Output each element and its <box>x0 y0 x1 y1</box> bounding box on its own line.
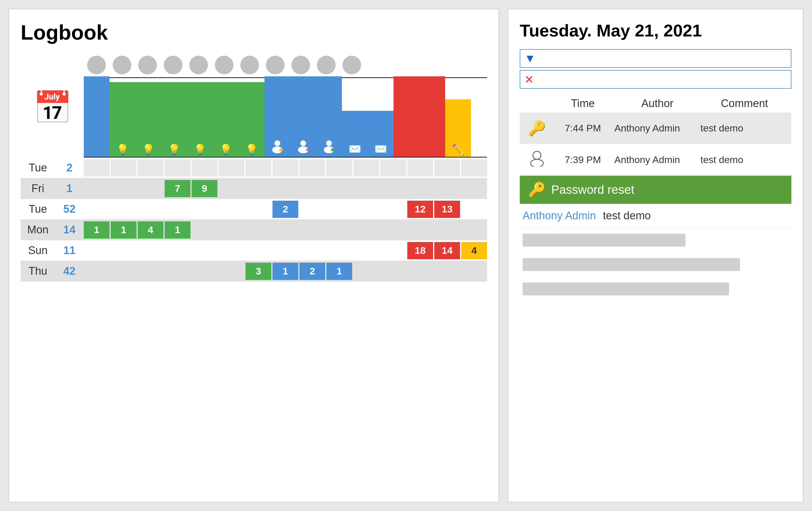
bar-col <box>84 76 110 157</box>
right-panel: Tuesday. May 21, 2021 ▼ ✕ Time Author Co… <box>508 9 803 502</box>
row-count: 2 <box>55 162 84 174</box>
bar: ✉️ <box>342 111 368 157</box>
bar-col: 💡 <box>110 82 135 157</box>
filter-input-2[interactable]: ✕ <box>520 70 791 89</box>
log-entry: 🔑 7:44 PM Anthony Admin test demo <box>520 112 791 144</box>
bar-icon: ✏️ <box>445 143 471 156</box>
bar-icon: 💡 <box>239 143 264 156</box>
circle-dot <box>291 56 310 74</box>
bar-icon: 💡 <box>110 143 135 156</box>
bar-icon: ✕ <box>290 139 316 156</box>
log-comment: test demo <box>700 123 788 134</box>
clear-icon: ✕ <box>524 73 534 86</box>
bar-col: 💡 <box>161 82 187 157</box>
cell-box: 13 <box>434 201 460 218</box>
bar: ✕ <box>290 76 316 157</box>
log-comment: test demo <box>700 154 788 165</box>
bar: 💡 <box>110 82 135 157</box>
expanded-author: Anthony Admin <box>523 210 596 222</box>
bar-icon: 💡 <box>213 143 239 156</box>
bar-col <box>419 76 445 157</box>
bar-icon: 💡 <box>187 143 213 156</box>
row-cells: 2 12 13 <box>84 201 487 218</box>
bar-col: ✏️ <box>445 99 471 157</box>
bar-col: 💡 <box>239 82 264 157</box>
row-cells: 3 1 2 1 <box>84 263 487 280</box>
right-title: Tuesday. May 21, 2021 <box>520 21 791 41</box>
cell-box: 4 <box>461 242 487 259</box>
circle-dot <box>317 56 336 74</box>
filter-input-1[interactable]: ▼ <box>520 49 791 68</box>
bar-col <box>394 76 419 157</box>
expanded-comment: test demo <box>603 210 651 222</box>
bar <box>264 76 290 157</box>
table-row: Mon 14 1 1 4 1 <box>21 220 487 240</box>
row-day: Sun <box>21 244 55 257</box>
svg-point-3 <box>300 140 306 146</box>
svg-point-10 <box>531 159 543 167</box>
row-cells: 1 1 4 1 <box>84 221 487 239</box>
bar-icon: ✉️ <box>368 143 394 155</box>
cell-box: 1 <box>326 263 352 280</box>
bar-col: ✉️ <box>342 111 368 157</box>
table-row: Tue 52 2 12 13 <box>21 199 487 220</box>
expanded-entry: Anthony Admin test demo <box>520 204 791 228</box>
placeholder-bar <box>523 234 686 247</box>
bar-col: 💡 <box>213 82 239 157</box>
row-cells: 7 9 <box>84 180 487 197</box>
cell-box: 1 <box>272 263 298 280</box>
log-icon-user <box>523 150 551 170</box>
circle-dot <box>189 56 208 74</box>
bar-chart: 💡 💡 💡 💡 💡 <box>84 77 487 158</box>
bar: 💡 <box>213 82 239 157</box>
cell-box: 18 <box>407 242 433 259</box>
cell-box: 14 <box>434 242 460 259</box>
log-author: Anthony Admin <box>614 154 700 165</box>
password-reset-icon: 🔑 <box>523 182 551 198</box>
bar: 💡 <box>161 82 187 157</box>
row-day: Thu <box>21 265 55 277</box>
calendar-icon: 📅 <box>33 89 72 126</box>
table-row: Thu 42 3 1 2 1 <box>21 261 487 281</box>
bar-icon: ✉️ <box>342 143 368 155</box>
circle-dot <box>113 56 132 74</box>
circle-dot <box>343 56 361 74</box>
cell-box: 2 <box>272 201 298 218</box>
cell-box: 3 <box>245 263 271 280</box>
circle-dot <box>164 56 182 74</box>
cell-box: 1 <box>111 221 137 239</box>
circle-dot <box>215 56 233 74</box>
table-row: Sun 11 18 14 4 <box>21 240 487 261</box>
filter-icon: ▼ <box>524 52 536 65</box>
row-count: 14 <box>55 224 84 236</box>
bar-col <box>264 76 290 157</box>
bar-col <box>316 76 342 157</box>
row-day: Fri <box>21 182 55 195</box>
circle-dot <box>240 56 259 74</box>
circle-dot <box>138 56 157 74</box>
svg-point-2 <box>279 148 283 152</box>
bar-col: ✉️ <box>368 111 394 157</box>
bar-icon <box>264 139 290 156</box>
col-comment-header: Comment <box>700 97 788 110</box>
col-icon-space <box>523 97 551 110</box>
col-author-header: Author <box>614 97 700 110</box>
circle-dot <box>87 56 106 74</box>
bar: ✉️ <box>368 111 394 157</box>
log-entry: 7:39 PM Anthony Admin test demo <box>520 144 791 176</box>
log-author: Anthony Admin <box>614 123 700 134</box>
circles-row <box>84 56 487 74</box>
placeholder-bar <box>523 283 729 295</box>
svg-point-8 <box>331 148 335 152</box>
table-area: Tue 2 Fri 1 7 9 Tue 52 <box>21 158 487 281</box>
bar <box>84 76 110 157</box>
cell-box: 4 <box>138 221 164 239</box>
cell-box: 9 <box>192 180 218 197</box>
bar <box>394 76 419 157</box>
left-panel: Logbook 📅 <box>9 9 499 502</box>
svg-text:✕: ✕ <box>305 147 310 153</box>
filter-row: ▼ ✕ <box>520 49 791 89</box>
row-day: Tue <box>21 203 55 215</box>
col-time-header: Time <box>551 97 614 110</box>
chart-area: 📅 💡 <box>21 56 487 281</box>
